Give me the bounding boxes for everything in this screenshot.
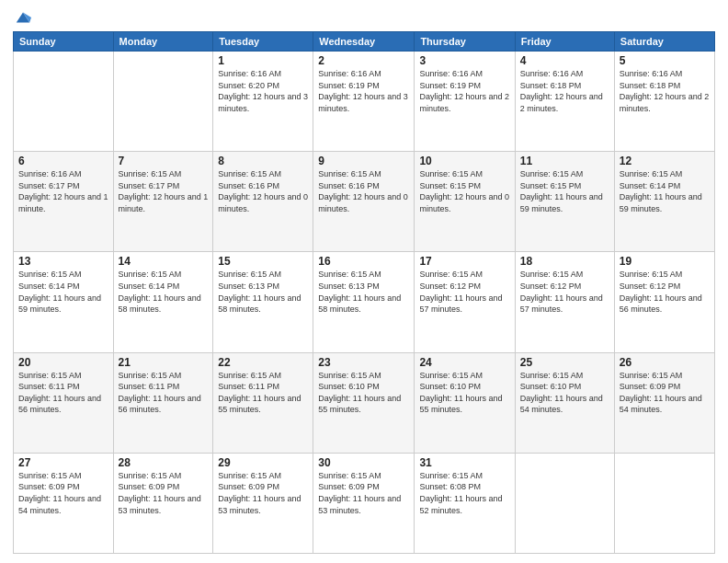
- day-number: 14: [119, 255, 209, 268]
- day-info: Sunrise: 6:16 AM Sunset: 6:19 PM Dayligh…: [318, 68, 409, 114]
- day-number: 5: [620, 54, 710, 67]
- day-number: 26: [620, 356, 710, 369]
- day-info: Sunrise: 6:15 AM Sunset: 6:09 PM Dayligh…: [318, 470, 409, 516]
- day-info: Sunrise: 6:15 AM Sunset: 6:12 PM Dayligh…: [419, 269, 509, 315]
- day-number: 4: [520, 54, 609, 67]
- day-info: Sunrise: 6:16 AM Sunset: 6:18 PM Dayligh…: [520, 68, 609, 114]
- day-info: Sunrise: 6:15 AM Sunset: 6:14 PM Dayligh…: [119, 269, 209, 315]
- day-info: Sunrise: 6:15 AM Sunset: 6:12 PM Dayligh…: [520, 269, 609, 315]
- calendar-cell: 24Sunrise: 6:15 AM Sunset: 6:10 PM Dayli…: [415, 352, 515, 453]
- calendar-cell: 25Sunrise: 6:15 AM Sunset: 6:10 PM Dayli…: [515, 352, 614, 453]
- calendar-cell: 23Sunrise: 6:15 AM Sunset: 6:10 PM Dayli…: [313, 352, 415, 453]
- calendar-cell: 1Sunrise: 6:16 AM Sunset: 6:20 PM Daylig…: [213, 52, 313, 152]
- calendar-header-wednesday: Wednesday: [313, 32, 415, 52]
- calendar-cell: 2Sunrise: 6:16 AM Sunset: 6:19 PM Daylig…: [313, 52, 415, 152]
- calendar-cell: 26Sunrise: 6:15 AM Sunset: 6:09 PM Dayli…: [614, 352, 714, 453]
- calendar-cell: 5Sunrise: 6:16 AM Sunset: 6:18 PM Daylig…: [614, 52, 714, 152]
- calendar-cell: 19Sunrise: 6:15 AM Sunset: 6:12 PM Dayli…: [614, 252, 714, 352]
- calendar-cell: 28Sunrise: 6:15 AM Sunset: 6:09 PM Dayli…: [113, 453, 213, 553]
- calendar-cell: 9Sunrise: 6:15 AM Sunset: 6:16 PM Daylig…: [313, 152, 415, 252]
- logo: [13, 9, 31, 26]
- day-number: 19: [620, 255, 710, 268]
- calendar-cell: [614, 453, 714, 553]
- calendar-cell: 8Sunrise: 6:15 AM Sunset: 6:16 PM Daylig…: [213, 152, 313, 252]
- day-info: Sunrise: 6:15 AM Sunset: 6:16 PM Dayligh…: [318, 168, 409, 214]
- day-number: 16: [318, 255, 409, 268]
- calendar-week-row: 27Sunrise: 6:15 AM Sunset: 6:09 PM Dayli…: [14, 453, 715, 553]
- day-number: 31: [419, 456, 509, 469]
- calendar-cell: 21Sunrise: 6:15 AM Sunset: 6:11 PM Dayli…: [113, 352, 213, 453]
- day-number: 2: [318, 54, 409, 67]
- calendar-cell: 6Sunrise: 6:16 AM Sunset: 6:17 PM Daylig…: [14, 152, 114, 252]
- day-info: Sunrise: 6:15 AM Sunset: 6:10 PM Dayligh…: [318, 370, 409, 416]
- day-info: Sunrise: 6:15 AM Sunset: 6:11 PM Dayligh…: [18, 370, 108, 416]
- day-number: 8: [218, 155, 308, 167]
- calendar-header-tuesday: Tuesday: [213, 32, 313, 52]
- day-info: Sunrise: 6:15 AM Sunset: 6:14 PM Dayligh…: [18, 269, 108, 315]
- calendar-header-thursday: Thursday: [415, 32, 515, 52]
- day-number: 22: [218, 356, 308, 369]
- calendar-cell: 10Sunrise: 6:15 AM Sunset: 6:15 PM Dayli…: [415, 152, 515, 252]
- day-info: Sunrise: 6:15 AM Sunset: 6:11 PM Dayligh…: [119, 370, 209, 416]
- calendar-cell: 15Sunrise: 6:15 AM Sunset: 6:13 PM Dayli…: [213, 252, 313, 352]
- day-info: Sunrise: 6:15 AM Sunset: 6:14 PM Dayligh…: [620, 168, 710, 214]
- day-number: 18: [520, 255, 609, 268]
- calendar-cell: 20Sunrise: 6:15 AM Sunset: 6:11 PM Dayli…: [14, 352, 114, 453]
- day-number: 25: [520, 356, 609, 369]
- calendar-cell: 17Sunrise: 6:15 AM Sunset: 6:12 PM Dayli…: [415, 252, 515, 352]
- calendar-cell: 7Sunrise: 6:15 AM Sunset: 6:17 PM Daylig…: [113, 152, 213, 252]
- day-number: 21: [119, 356, 209, 369]
- calendar-cell: 4Sunrise: 6:16 AM Sunset: 6:18 PM Daylig…: [515, 52, 614, 152]
- day-number: 12: [620, 155, 710, 167]
- day-number: 28: [119, 456, 209, 469]
- day-number: 13: [18, 255, 108, 268]
- calendar-cell: 22Sunrise: 6:15 AM Sunset: 6:11 PM Dayli…: [213, 352, 313, 453]
- day-info: Sunrise: 6:15 AM Sunset: 6:15 PM Dayligh…: [520, 168, 609, 214]
- calendar-header-monday: Monday: [113, 32, 213, 52]
- day-number: 11: [520, 155, 609, 167]
- day-info: Sunrise: 6:15 AM Sunset: 6:13 PM Dayligh…: [218, 269, 308, 315]
- day-number: 20: [18, 356, 108, 369]
- calendar-header-friday: Friday: [515, 32, 614, 52]
- header: [13, 9, 715, 26]
- calendar-header-row: SundayMondayTuesdayWednesdayThursdayFrid…: [14, 32, 715, 52]
- calendar-cell: 13Sunrise: 6:15 AM Sunset: 6:14 PM Dayli…: [14, 252, 114, 352]
- calendar-header-sunday: Sunday: [14, 32, 114, 52]
- day-info: Sunrise: 6:15 AM Sunset: 6:09 PM Dayligh…: [620, 370, 710, 416]
- day-info: Sunrise: 6:15 AM Sunset: 6:09 PM Dayligh…: [218, 470, 308, 516]
- day-info: Sunrise: 6:15 AM Sunset: 6:17 PM Dayligh…: [119, 168, 209, 214]
- day-info: Sunrise: 6:15 AM Sunset: 6:10 PM Dayligh…: [520, 370, 609, 416]
- calendar-cell: 18Sunrise: 6:15 AM Sunset: 6:12 PM Dayli…: [515, 252, 614, 352]
- calendar-week-row: 20Sunrise: 6:15 AM Sunset: 6:11 PM Dayli…: [14, 352, 715, 453]
- calendar-cell: 30Sunrise: 6:15 AM Sunset: 6:09 PM Dayli…: [313, 453, 415, 553]
- day-info: Sunrise: 6:15 AM Sunset: 6:11 PM Dayligh…: [218, 370, 308, 416]
- calendar-cell: 12Sunrise: 6:15 AM Sunset: 6:14 PM Dayli…: [614, 152, 714, 252]
- day-info: Sunrise: 6:15 AM Sunset: 6:12 PM Dayligh…: [620, 269, 710, 315]
- day-number: 1: [218, 54, 308, 67]
- calendar-week-row: 1Sunrise: 6:16 AM Sunset: 6:20 PM Daylig…: [14, 52, 715, 152]
- calendar-header-saturday: Saturday: [614, 32, 714, 52]
- day-number: 23: [318, 356, 409, 369]
- day-info: Sunrise: 6:15 AM Sunset: 6:15 PM Dayligh…: [419, 168, 509, 214]
- page: SundayMondayTuesdayWednesdayThursdayFrid…: [0, 0, 728, 563]
- calendar-cell: [14, 52, 114, 152]
- calendar-week-row: 13Sunrise: 6:15 AM Sunset: 6:14 PM Dayli…: [14, 252, 715, 352]
- day-number: 3: [419, 54, 509, 67]
- day-info: Sunrise: 6:15 AM Sunset: 6:08 PM Dayligh…: [419, 470, 509, 516]
- day-info: Sunrise: 6:15 AM Sunset: 6:09 PM Dayligh…: [18, 470, 108, 516]
- day-info: Sunrise: 6:15 AM Sunset: 6:10 PM Dayligh…: [419, 370, 509, 416]
- day-info: Sunrise: 6:16 AM Sunset: 6:19 PM Dayligh…: [419, 68, 509, 114]
- calendar-cell: 16Sunrise: 6:15 AM Sunset: 6:13 PM Dayli…: [313, 252, 415, 352]
- day-number: 27: [18, 456, 108, 469]
- calendar-cell: 27Sunrise: 6:15 AM Sunset: 6:09 PM Dayli…: [14, 453, 114, 553]
- day-info: Sunrise: 6:16 AM Sunset: 6:18 PM Dayligh…: [620, 68, 710, 114]
- day-number: 10: [419, 155, 509, 167]
- calendar-cell: 31Sunrise: 6:15 AM Sunset: 6:08 PM Dayli…: [415, 453, 515, 553]
- day-info: Sunrise: 6:15 AM Sunset: 6:16 PM Dayligh…: [218, 168, 308, 214]
- day-number: 9: [318, 155, 409, 167]
- calendar-cell: 3Sunrise: 6:16 AM Sunset: 6:19 PM Daylig…: [415, 52, 515, 152]
- day-info: Sunrise: 6:16 AM Sunset: 6:20 PM Dayligh…: [218, 68, 308, 114]
- day-info: Sunrise: 6:15 AM Sunset: 6:13 PM Dayligh…: [318, 269, 409, 315]
- day-number: 24: [419, 356, 509, 369]
- day-number: 6: [18, 155, 108, 167]
